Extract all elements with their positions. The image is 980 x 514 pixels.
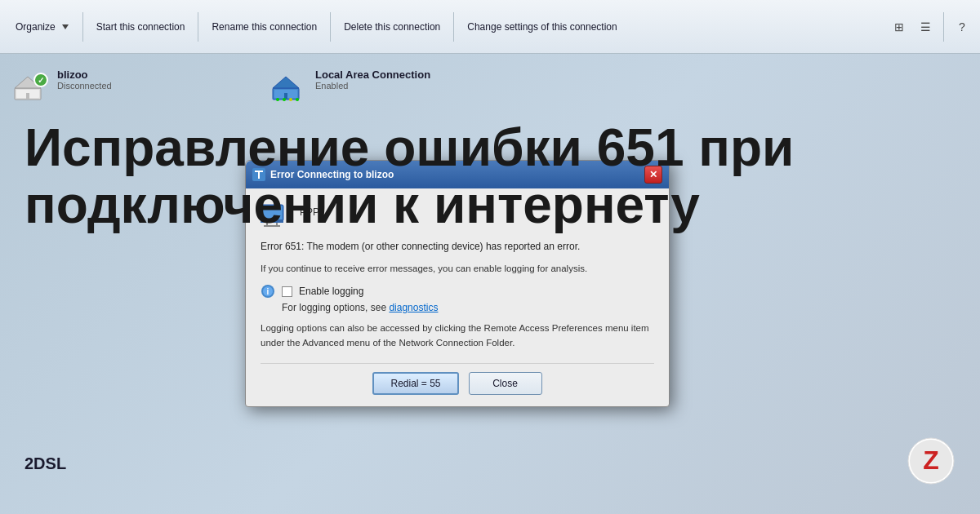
local-area-status: Enabled <box>315 81 430 91</box>
change-settings-label: Change settings of this connection <box>467 21 617 33</box>
delete-label: Delete this connection <box>344 21 440 33</box>
view-toggle-button[interactable]: ⊞ <box>888 16 911 38</box>
error-text: Error 651: The modem (or other connectin… <box>261 239 654 254</box>
logging-prompt-section: If you continue to receive error message… <box>261 262 654 276</box>
organize-chevron-icon <box>62 24 69 29</box>
toolbar-right: ⊞ ☰ ? <box>888 12 973 42</box>
redial-label: Redial = 55 <box>390 378 440 389</box>
diagnostics-link[interactable]: diagnostics <box>389 302 438 313</box>
close-btn-label: Close <box>492 378 518 389</box>
toolbar-separator-5 <box>943 12 944 42</box>
change-settings-button[interactable]: Change settings of this connection <box>459 9 625 45</box>
enable-logging-row: i Enable logging <box>261 284 654 299</box>
view-list-button[interactable]: ☰ <box>914 16 937 38</box>
local-area-name: Local Area Connection <box>315 69 430 81</box>
start-connection-button[interactable]: Start this connection <box>88 9 194 45</box>
svg-rect-3 <box>26 93 29 100</box>
dialog-buttons: Redial = 55 Close <box>261 363 654 395</box>
organize-label: Organize <box>16 21 56 33</box>
toolbar-separator-1 <box>82 12 83 42</box>
svg-text:i: i <box>267 287 270 296</box>
rename-connection-button[interactable]: Rename this connection <box>203 9 325 45</box>
svg-text:Z: Z <box>923 445 939 475</box>
close-button[interactable]: Close <box>469 372 542 395</box>
help-button[interactable]: ? <box>951 16 973 38</box>
brand-label: 2DSL <box>24 454 66 473</box>
overlay-title: Исправление ошибки 651 при подключении к… <box>24 119 882 234</box>
network-item-local[interactable]: Local Area Connection Enabled <box>270 65 430 104</box>
rename-label: Rename this connection <box>212 21 317 33</box>
main-content-area: ✓ blizoo Disconnected Local Area Connect… <box>0 54 980 514</box>
start-connection-label: Start this connection <box>96 21 185 33</box>
blizoo-info: blizoo Disconnected <box>57 65 112 91</box>
toolbar: Organize Start this connection Rename th… <box>0 0 980 54</box>
svg-point-12 <box>289 98 292 101</box>
diagnostics-prefix: For logging options, see <box>282 302 389 313</box>
logging-info-section: Logging options can also be accessed by … <box>261 321 654 350</box>
svg-point-13 <box>296 98 299 101</box>
svg-marker-8 <box>273 77 299 88</box>
logging-prompt-text: If you continue to receive error message… <box>261 262 654 276</box>
blizoo-status: Disconnected <box>57 81 112 91</box>
z-logo: Z <box>906 436 956 485</box>
network-item-blizoo[interactable]: ✓ blizoo Disconnected <box>11 65 112 104</box>
local-area-icon <box>270 65 309 104</box>
toolbar-separator-4 <box>453 12 454 42</box>
enable-logging-label: Enable logging <box>299 286 363 297</box>
redial-button[interactable]: Redial = 55 <box>372 372 458 395</box>
enable-logging-checkbox[interactable] <box>282 286 292 297</box>
svg-point-10 <box>276 98 279 101</box>
blizoo-icon: ✓ <box>11 65 51 104</box>
svg-point-11 <box>283 98 286 101</box>
overlay-text-block: Исправление ошибки 651 при подключении к… <box>24 119 882 234</box>
svg-text:✓: ✓ <box>38 76 44 85</box>
blizoo-name: blizoo <box>57 69 112 81</box>
diagnostics-row: For logging options, see diagnostics <box>282 302 654 313</box>
toolbar-separator-2 <box>198 12 198 42</box>
delete-connection-button[interactable]: Delete this connection <box>336 9 448 45</box>
logging-icon: i <box>261 284 275 299</box>
error-text-section: Error 651: The modem (or other connectin… <box>261 239 654 254</box>
toolbar-separator-3 <box>330 12 331 42</box>
logging-info-text: Logging options can also be accessed by … <box>261 321 654 350</box>
organize-button[interactable]: Organize <box>7 9 78 45</box>
local-area-info: Local Area Connection Enabled <box>315 65 430 91</box>
